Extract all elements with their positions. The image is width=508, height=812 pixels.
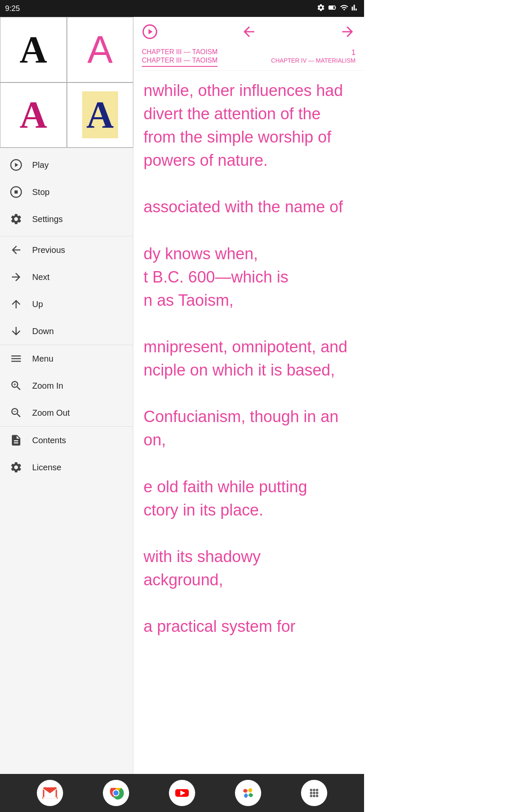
menu-label: Menu bbox=[32, 354, 53, 364]
arrow-down-icon bbox=[8, 324, 24, 339]
extra-section: Contents License bbox=[0, 427, 133, 481]
zoom-out-menu-item[interactable]: Zoom Out bbox=[0, 399, 133, 426]
license-label: License bbox=[32, 463, 61, 472]
contents-label: Contents bbox=[32, 436, 66, 445]
svg-marker-4 bbox=[15, 163, 19, 167]
bottom-bar bbox=[0, 774, 364, 812]
apps-grid-icon[interactable] bbox=[301, 780, 327, 806]
play-icon bbox=[8, 157, 24, 173]
svg-point-20 bbox=[310, 789, 312, 791]
font-cell-magenta[interactable]: A bbox=[0, 82, 67, 148]
settings-menu-item[interactable]: Settings bbox=[0, 206, 133, 233]
svg-point-23 bbox=[310, 792, 312, 794]
signal-status-icon bbox=[351, 3, 359, 14]
stop-icon bbox=[8, 184, 24, 200]
next-menu-item[interactable]: Next bbox=[0, 263, 133, 291]
svg-point-27 bbox=[313, 795, 315, 797]
license-menu-item[interactable]: License bbox=[0, 454, 133, 481]
content-area: CHAPTER III — TAOISM CHAPTER III — TAOIS… bbox=[133, 17, 364, 795]
settings-label: Settings bbox=[32, 214, 63, 224]
stop-label: Stop bbox=[32, 187, 50, 197]
chapter-subtitle: CHAPTER III — TAOISM bbox=[142, 57, 218, 67]
next-label: Next bbox=[32, 272, 50, 282]
status-bar: 9:25 bbox=[0, 0, 364, 17]
stop-menu-item[interactable]: Stop bbox=[0, 178, 133, 206]
up-menu-item[interactable]: Up bbox=[0, 291, 133, 318]
battery-status-icon bbox=[328, 3, 337, 14]
svg-rect-1 bbox=[329, 6, 334, 9]
svg-point-22 bbox=[316, 789, 318, 791]
header-play-button[interactable] bbox=[142, 24, 158, 43]
license-icon bbox=[8, 460, 24, 475]
action-section: Menu Zoom In Zoom Out bbox=[0, 345, 133, 427]
arrow-left-icon bbox=[8, 242, 24, 258]
svg-point-21 bbox=[313, 789, 315, 791]
font-selector: A A A A bbox=[0, 17, 133, 148]
settings-icon bbox=[8, 211, 24, 227]
zoom-out-icon bbox=[8, 405, 24, 420]
chapter-right: 1 CHAPTER IV — MATERIALISM bbox=[271, 48, 356, 64]
down-menu-item[interactable]: Down bbox=[0, 318, 133, 345]
font-cell-black[interactable]: A bbox=[0, 17, 67, 82]
chapter-title: CHAPTER III — TAOISM bbox=[142, 48, 218, 56]
arrow-up-icon bbox=[8, 296, 24, 312]
previous-menu-item[interactable]: Previous bbox=[0, 236, 133, 263]
up-label: Up bbox=[32, 299, 43, 309]
svg-point-26 bbox=[310, 795, 312, 797]
header-prev-arrow[interactable] bbox=[241, 24, 257, 43]
menu-menu-item[interactable]: Menu bbox=[0, 345, 133, 372]
arrow-right-icon bbox=[8, 269, 24, 285]
playback-section: Play Stop Settings bbox=[0, 148, 133, 236]
svg-marker-8 bbox=[149, 29, 153, 35]
contents-menu-item[interactable]: Contents bbox=[0, 427, 133, 454]
book-content[interactable]: nwhile, other influences had divert the … bbox=[133, 71, 364, 795]
play-menu-item[interactable]: Play bbox=[0, 151, 133, 178]
book-text: nwhile, other influences had divert the … bbox=[144, 79, 354, 638]
svg-point-25 bbox=[316, 792, 318, 794]
hamburger-icon bbox=[8, 351, 24, 366]
contents-icon bbox=[8, 433, 24, 448]
page-number: 1 bbox=[271, 48, 356, 57]
zoom-in-label: Zoom In bbox=[32, 381, 63, 391]
status-icons bbox=[317, 3, 359, 14]
header-next-arrow[interactable] bbox=[340, 24, 356, 43]
photos-app-icon[interactable] bbox=[235, 780, 261, 806]
chapter-left: CHAPTER III — TAOISM CHAPTER III — TAOIS… bbox=[142, 48, 218, 67]
nav-section: Previous Next Up bbox=[0, 236, 133, 345]
zoom-in-menu-item[interactable]: Zoom In bbox=[0, 372, 133, 399]
font-letter-a-magenta: A bbox=[19, 93, 47, 137]
font-cell-navy[interactable]: A bbox=[67, 82, 134, 148]
main-layout: A A A A Play bbox=[0, 17, 364, 795]
svg-rect-2 bbox=[335, 7, 336, 8]
svg-point-13 bbox=[113, 790, 119, 796]
header-nav bbox=[142, 24, 356, 43]
previous-label: Previous bbox=[32, 245, 65, 255]
gmail-app-icon[interactable] bbox=[37, 780, 63, 806]
zoom-in-icon bbox=[8, 378, 24, 393]
youtube-app-icon[interactable] bbox=[169, 780, 195, 806]
svg-point-24 bbox=[313, 792, 315, 794]
svg-point-18 bbox=[246, 791, 250, 795]
content-header: CHAPTER III — TAOISM CHAPTER III — TAOIS… bbox=[133, 17, 364, 71]
down-label: Down bbox=[32, 326, 54, 336]
font-letter-a-navy: A bbox=[82, 91, 118, 138]
zoom-out-label: Zoom Out bbox=[32, 408, 70, 418]
chapter-info: CHAPTER III — TAOISM CHAPTER III — TAOIS… bbox=[142, 48, 356, 70]
font-cell-pink[interactable]: A bbox=[67, 17, 134, 82]
font-letter-a-black: A bbox=[19, 28, 47, 71]
svg-rect-6 bbox=[14, 190, 18, 194]
settings-status-icon bbox=[317, 3, 325, 14]
wifi-status-icon bbox=[340, 3, 349, 14]
status-time: 9:25 bbox=[5, 4, 20, 13]
svg-point-28 bbox=[316, 795, 318, 797]
chrome-app-icon[interactable] bbox=[103, 780, 129, 806]
play-label: Play bbox=[32, 160, 49, 170]
next-chapter-label: CHAPTER IV — MATERIALISM bbox=[271, 57, 356, 64]
font-letter-a-pink: A bbox=[87, 28, 113, 71]
sidebar: A A A A Play bbox=[0, 17, 133, 795]
